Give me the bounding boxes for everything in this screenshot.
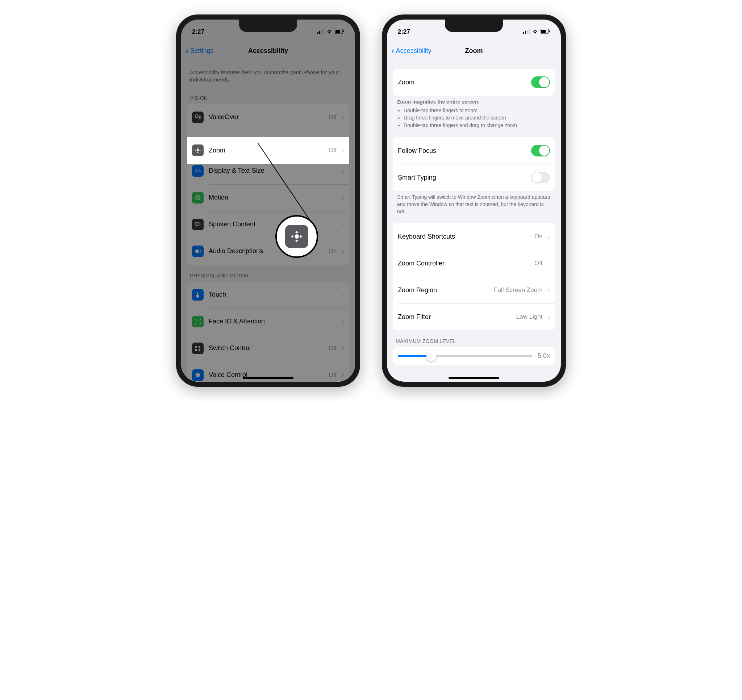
chevron-right-icon: › [342, 146, 344, 154]
row-switch-control[interactable]: Switch Control Off › [187, 335, 349, 362]
svg-point-22 [197, 149, 199, 151]
row-zoom-controller[interactable]: Zoom Controller Off › [393, 250, 555, 276]
row-zoom-region[interactable]: Zoom Region Full Screen Zoom › [393, 276, 555, 303]
svg-marker-25 [195, 150, 196, 151]
chevron-right-icon: › [342, 317, 344, 325]
callout-circle [275, 215, 318, 258]
follow-focus-toggle[interactable] [531, 145, 550, 156]
row-value: Low Light [516, 313, 543, 321]
row-label: Zoom Filter [398, 313, 511, 321]
svg-rect-16 [199, 346, 200, 348]
switch-control-icon [192, 343, 204, 354]
svg-rect-37 [541, 30, 546, 33]
audio-descriptions-icon [192, 246, 204, 257]
back-label: Accessibility [396, 47, 431, 55]
max-zoom-slider[interactable] [398, 355, 533, 357]
chevron-right-icon: › [342, 166, 344, 175]
svg-rect-6 [343, 31, 344, 32]
zoom-toggle[interactable] [531, 76, 550, 88]
svg-rect-32 [523, 32, 524, 34]
svg-point-10 [197, 197, 199, 199]
svg-rect-15 [195, 346, 197, 348]
row-touch[interactable]: Touch › [187, 281, 349, 308]
status-icons [523, 28, 550, 35]
chevron-right-icon: › [548, 313, 550, 321]
chevron-right-icon: › [548, 232, 550, 241]
back-button[interactable]: ‹ Accessibility [391, 46, 431, 55]
row-voiceover[interactable]: VoiceOver Off › [187, 104, 349, 131]
battery-icon [335, 28, 344, 35]
row-value: On [534, 233, 543, 240]
svg-rect-18 [199, 349, 200, 351]
touch-icon [192, 289, 204, 301]
row-zoom-filter[interactable]: Zoom Filter Low Light › [393, 303, 555, 330]
slider-thumb[interactable] [427, 351, 437, 361]
svg-point-14 [199, 321, 199, 321]
row-label: Display & Text Size [209, 167, 337, 175]
zoom-toggle-row[interactable]: Zoom [393, 69, 555, 96]
row-keyboard-shortcuts[interactable]: Keyboard Shortcuts On › [393, 223, 555, 250]
zoom-help-title: Zoom magnifies the entire screen: [397, 99, 480, 104]
svg-rect-34 [527, 30, 528, 34]
row-label: Touch [209, 291, 337, 299]
chevron-right-icon: › [342, 193, 344, 202]
zoom-help-item: Double-tap three fingers and drag to cha… [403, 122, 551, 129]
svg-marker-30 [291, 235, 293, 238]
row-label: Follow Focus [398, 147, 526, 154]
vision-group: VoiceOver Off › Zoom Off › AA Display & … [187, 104, 349, 265]
chevron-left-icon: ‹ [391, 46, 395, 55]
svg-marker-29 [295, 240, 298, 242]
chevron-right-icon: › [342, 371, 344, 379]
home-indicator [243, 377, 293, 379]
follow-focus-row[interactable]: Follow Focus [393, 137, 555, 164]
options-group: Keyboard Shortcuts On › Zoom Controller … [393, 223, 555, 330]
svg-rect-35 [529, 29, 530, 34]
status-time: 2:27 [192, 28, 204, 35]
row-value: Off [328, 345, 337, 352]
phone-left: 2:27 ‹ Settings Accessibility Acces [176, 15, 360, 387]
zoom-row-highlight[interactable]: Zoom Off › [187, 137, 349, 164]
svg-rect-5 [336, 30, 340, 33]
row-motion[interactable]: Motion › [187, 184, 349, 211]
svg-rect-1 [319, 31, 320, 34]
chevron-right-icon: › [548, 286, 550, 294]
row-faceid[interactable]: Face ID & Attention › [187, 308, 349, 335]
wifi-icon [326, 28, 333, 35]
notch [239, 19, 297, 32]
row-audio-descriptions[interactable]: Audio Descriptions On › [187, 238, 349, 265]
zoom-help-item: Drag three fingers to move around the sc… [403, 115, 551, 122]
svg-rect-38 [549, 31, 550, 32]
content: Zoom Zoom magnifies the entire screen: D… [387, 62, 561, 382]
max-zoom-header: MAXIMUM ZOOM LEVEL [393, 330, 555, 347]
chevron-right-icon: › [342, 113, 344, 121]
text-size-icon: AA [192, 165, 204, 177]
row-label: Keyboard Shortcuts [398, 233, 529, 240]
phone-right: 2:27 ‹ Accessibility Zoom [382, 15, 566, 387]
zoom-icon [192, 144, 204, 156]
row-label: Smart Typing [398, 174, 526, 181]
row-value: Off [328, 114, 337, 121]
max-zoom-slider-row: 5.0x [393, 347, 555, 365]
svg-marker-31 [300, 235, 303, 238]
svg-marker-28 [295, 231, 298, 233]
row-label: VoiceOver [209, 113, 324, 121]
battery-icon [540, 28, 550, 35]
svg-point-13 [196, 321, 197, 321]
wifi-icon [532, 28, 538, 35]
zoom-toggle-group: Zoom [393, 69, 555, 96]
row-spoken-content[interactable]: Spoken Content › [187, 211, 349, 238]
svg-rect-0 [317, 32, 318, 34]
svg-marker-24 [197, 152, 199, 153]
smart-typing-row[interactable]: Smart Typing [393, 164, 555, 191]
back-button[interactable]: ‹ Settings [186, 46, 214, 55]
screen-right: 2:27 ‹ Accessibility Zoom [387, 19, 561, 382]
svg-rect-12 [195, 250, 199, 253]
smart-typing-toggle[interactable] [531, 172, 550, 183]
svg-rect-33 [525, 31, 526, 34]
row-value: Off [328, 372, 337, 379]
page-title: Accessibility [248, 47, 288, 55]
nav-bar: ‹ Settings Accessibility [181, 40, 355, 62]
motion-icon [192, 192, 204, 203]
row-value: Off [534, 260, 542, 267]
chevron-right-icon: › [342, 344, 344, 352]
